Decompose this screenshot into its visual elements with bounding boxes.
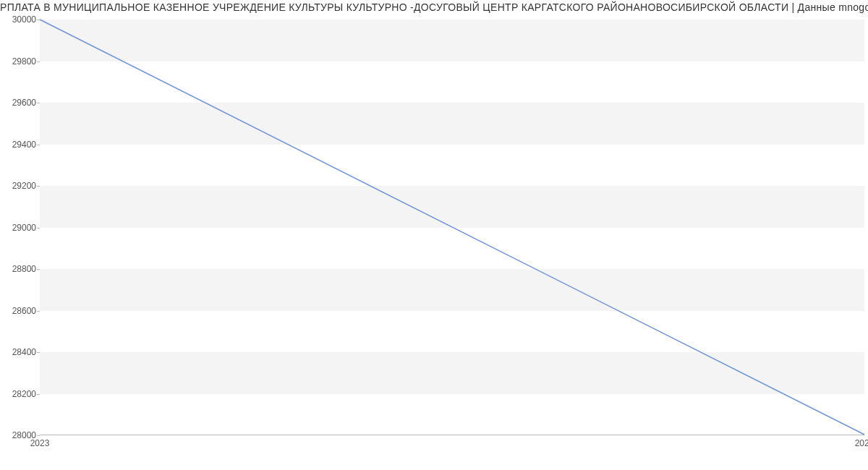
y-tick-mark [37, 435, 40, 436]
y-tick-mark [37, 394, 40, 395]
chart-title: РПЛАТА В МУНИЦИПАЛЬНОЕ КАЗЕННОЕ УЧРЕЖДЕН… [0, 0, 868, 13]
y-tick-label: 30000 [4, 14, 36, 25]
y-tick-mark [37, 20, 40, 20]
x-tick-label: 2023 [30, 438, 50, 448]
y-tick-label: 29000 [4, 223, 36, 233]
y-tick-label: 28400 [4, 347, 36, 357]
y-tick-label: 28800 [4, 264, 36, 274]
y-tick-label: 29200 [4, 181, 36, 191]
y-tick-label: 29600 [4, 98, 36, 108]
plot-area [40, 20, 864, 435]
y-tick-mark [37, 269, 40, 270]
y-tick-mark [37, 311, 40, 312]
y-tick-label: 28200 [4, 389, 36, 399]
y-tick-label: 29800 [4, 56, 36, 67]
y-tick-mark [37, 145, 40, 145]
y-tick-label: 29400 [4, 140, 36, 150]
y-tick-mark [37, 103, 40, 103]
y-tick-label: 28600 [4, 306, 36, 316]
y-tick-mark [37, 61, 40, 62]
line-series [40, 20, 864, 435]
y-tick-mark [37, 186, 40, 187]
y-tick-mark [37, 352, 40, 353]
x-tick-label: 2024 [855, 438, 868, 448]
y-tick-mark [37, 228, 40, 228]
chart-area: 2800028200284002860028800290002920029400… [0, 16, 868, 453]
